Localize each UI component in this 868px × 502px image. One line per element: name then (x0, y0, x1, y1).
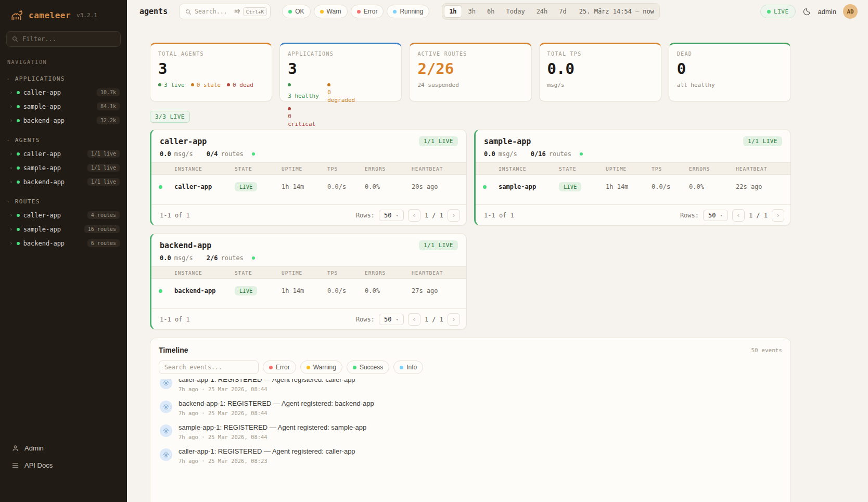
admin-label: Admin (24, 444, 44, 452)
sidebar-item-routes-sample-app[interactable]: › sample-app 16 routes (0, 222, 127, 236)
range-button-24h[interactable]: 24h (531, 5, 553, 18)
timeline-search-input[interactable] (159, 361, 259, 374)
filter-chip-warn[interactable]: Warn (314, 5, 348, 18)
timeline-chip-warning[interactable]: Warning (300, 361, 342, 374)
section-header-applications[interactable]: · APPLICATIONS (0, 73, 127, 85)
timeline-event[interactable]: caller-app-1: REGISTERED — Agent registe… (159, 444, 782, 468)
instance-row-caller-app[interactable]: caller-app LIVE 1h 14m 0.0/s 0.0% 20s ag… (151, 175, 466, 199)
range-button-6h[interactable]: 6h (482, 5, 500, 18)
prev-page-button[interactable]: ‹ (408, 209, 420, 222)
overall-live-badge: 3/3 LIVE (150, 111, 190, 123)
instance-row-sample-app[interactable]: sample-app LIVE 1h 14m 0.0/s 0.0% 22s ag… (476, 175, 790, 199)
sidebar-item-agents-sample-app[interactable]: › sample-app 1/1 live (0, 161, 127, 175)
table-footer: 1-1 of 1 Rows: 50 ▾ ‹ 1 / 1 › (476, 204, 790, 225)
camel-logo-icon (10, 8, 24, 22)
page-indicator: 1 / 1 (425, 212, 443, 219)
avatar[interactable]: AD (843, 4, 858, 19)
sidebar-section-applications: · APPLICATIONS › caller-app 10.7k › samp… (0, 73, 127, 127)
theme-toggle-button[interactable] (802, 7, 811, 16)
sidebar-item-routes-caller-app[interactable]: › caller-app 4 routes (0, 208, 127, 222)
rows-per-page-label: Rows: (356, 212, 375, 219)
filter-chip-ok[interactable]: OK (282, 5, 310, 18)
next-page-button[interactable]: › (448, 313, 460, 326)
timeline-events-list: caller-app-1: REGISTERED — Agent registe… (150, 379, 790, 496)
detail-dot (191, 83, 194, 86)
chevron-right-icon: › (9, 240, 13, 247)
detail-dot (227, 83, 230, 86)
prev-page-button[interactable]: ‹ (732, 209, 745, 222)
range-button-1h[interactable]: 1h (444, 5, 462, 18)
app-live-badge: 1/1 LIVE (743, 136, 782, 146)
error-dot (357, 10, 361, 14)
rows-per-page-select[interactable]: 50 ▾ (379, 314, 404, 325)
next-page-button[interactable]: › (772, 209, 784, 222)
range-button-7d[interactable]: 7d (554, 5, 571, 18)
timeline-event[interactable]: sample-app-1: REGISTERED — Agent registe… (159, 420, 782, 444)
api-docs-link[interactable]: API Docs (7, 458, 120, 473)
app-tps-unit: msg/s (174, 254, 193, 262)
instance-name: caller-app (174, 183, 235, 190)
timeline-header: Timeline 50 events (150, 338, 790, 361)
app-tps-unit: msg/s (499, 150, 517, 158)
app-name: backend-app (160, 241, 211, 250)
chevron-right-icon: › (9, 117, 13, 124)
section-header-agents[interactable]: · AGENTS (0, 135, 127, 147)
instance-row-backend-app[interactable]: backend-app LIVE 1h 14m 0.0/s 0.0% 27s a… (151, 279, 466, 303)
gear-icon (160, 448, 172, 461)
live-toggle[interactable]: LIVE (760, 5, 796, 18)
range-button-today[interactable]: Today (501, 5, 530, 18)
sidebar-item-routes-backend-app[interactable]: › backend-app 6 routes (0, 236, 127, 250)
sidebar-filter-input[interactable] (6, 31, 121, 47)
detail-text: 0 dead (233, 82, 253, 89)
timeline-event[interactable]: caller-app-1: REGISTERED — Agent registe… (159, 379, 782, 396)
sidebar-item-applications-backend-app[interactable]: › backend-app 32.2k (0, 113, 127, 127)
chevron-right-icon: › (9, 226, 13, 233)
col-tps: TPS (327, 270, 365, 276)
timeline-event[interactable]: backend-app-1: REGISTERED — Agent regist… (159, 396, 782, 420)
running-dot (393, 10, 397, 14)
sidebar-item-agents-backend-app[interactable]: › backend-app 1/1 live (0, 175, 127, 189)
filter-chip-error[interactable]: Error (351, 5, 384, 18)
status-dot (17, 91, 20, 94)
admin-link[interactable]: Admin (7, 441, 120, 456)
sidebar-item-applications-caller-app[interactable]: › caller-app 10.7k (0, 85, 127, 99)
instance-tps: 0.0/s (327, 287, 365, 294)
detail-text: 0 degraded (327, 89, 361, 105)
warn-dot (320, 10, 324, 14)
rows-per-page-select[interactable]: 50 ▾ (379, 210, 404, 221)
stat-title: TOTAL AGENTS (158, 51, 264, 57)
rows-per-page-select[interactable]: 50 ▾ (703, 210, 728, 221)
sidebar-item-label: backend-app (23, 178, 65, 186)
app-card-header: caller-app 1/1 LIVE (151, 130, 466, 150)
next-page-button[interactable]: › (448, 209, 460, 222)
app-stats-line: 0.0 msg/s 0/16 routes (476, 150, 790, 162)
app-routes-unit: routes (221, 254, 244, 262)
instance-errors: 0.0% (689, 183, 736, 190)
timeline-chip-success[interactable]: Success (347, 361, 389, 374)
global-search-input[interactable] (195, 8, 240, 15)
event-title: caller-app-1: REGISTERED — Agent registe… (178, 379, 355, 383)
sidebar-item-applications-sample-app[interactable]: › sample-app 84.1k (0, 99, 127, 113)
filter-chip-running[interactable]: Running (387, 5, 429, 18)
stat-title: ACTIVE ROUTES (417, 51, 523, 57)
range-button-3h[interactable]: 3h (463, 5, 481, 18)
timeline-chip-info[interactable]: Info (393, 361, 423, 374)
timeline-chip-error[interactable]: Error (263, 361, 296, 374)
prev-page-button[interactable]: ‹ (408, 313, 420, 326)
app-stats-line: 0.0 msg/s 2/6 routes (151, 254, 466, 266)
event-title: sample-app-1: REGISTERED — Agent registe… (178, 423, 366, 431)
stat-subtext: all healthy (677, 82, 783, 88)
sidebar-item-badge: 1/1 live (87, 178, 120, 186)
detail-dot (327, 83, 330, 86)
col-errors: ERRORS (365, 270, 412, 276)
app-routes-unit: routes (221, 150, 244, 158)
section-header-routes[interactable]: · ROUTES (0, 196, 127, 208)
gear-icon (160, 424, 172, 437)
app-card-header: backend-app 1/1 LIVE (151, 234, 466, 254)
ok-dot (288, 10, 292, 14)
timeline-card: Timeline 50 events Error Warning (150, 338, 791, 502)
app-health-dot (252, 152, 255, 156)
section-label: ROUTES (15, 198, 40, 205)
sidebar-item-agents-caller-app[interactable]: › caller-app 1/1 live (0, 147, 127, 161)
col-instance: INSTANCE (174, 270, 235, 276)
